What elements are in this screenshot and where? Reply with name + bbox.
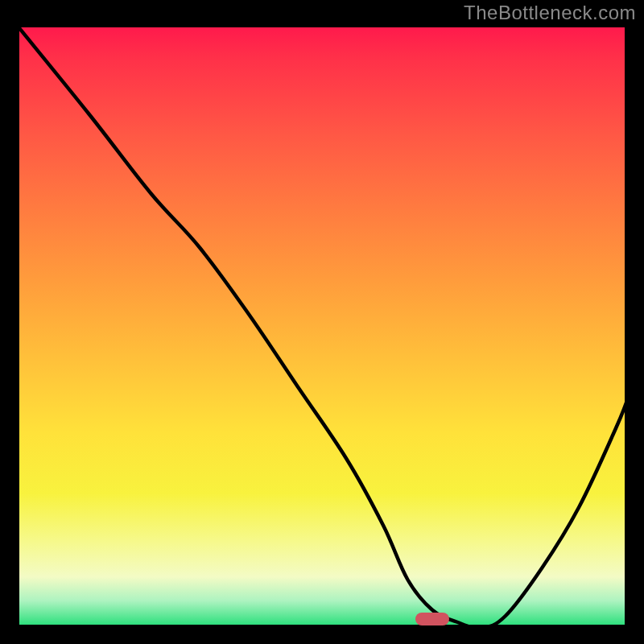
plot-border <box>18 26 626 626</box>
optimal-marker-pill <box>415 613 449 625</box>
watermark-text: TheBottleneck.com <box>464 2 636 24</box>
chart-plot-area <box>16 24 628 628</box>
bottleneck-curve <box>16 24 628 628</box>
chart-frame: TheBottleneck.com <box>0 0 644 644</box>
chart-curve-svg <box>16 24 628 628</box>
